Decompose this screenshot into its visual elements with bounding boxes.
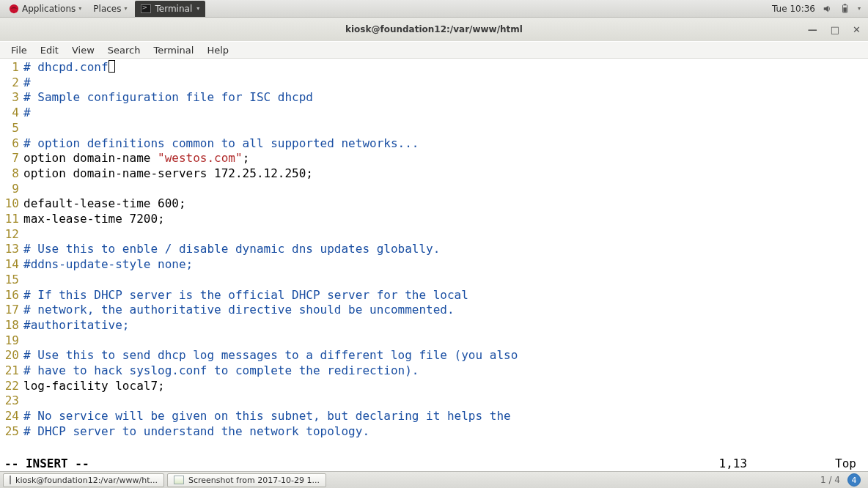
active-window-indicator[interactable]: Terminal ▾: [135, 1, 206, 17]
bottom-taskbar: kiosk@foundation12:/var/www/ht... Screen…: [0, 471, 868, 488]
line-number: 9: [0, 182, 23, 197]
editor-line: 5: [0, 121, 868, 136]
line-number: 24: [0, 409, 23, 424]
top-panel: Applications ▾ Places ▾ Terminal ▾ Tue 1…: [0, 0, 868, 18]
line-number: 15: [0, 273, 23, 288]
svg-rect-3: [843, 7, 846, 12]
line-content: #authoritative;: [23, 318, 130, 333]
line-number: 5: [0, 121, 23, 136]
editor-line: 11max-lease-time 7200;: [0, 212, 868, 227]
editor-line: 18#authoritative;: [0, 318, 868, 333]
places-menu[interactable]: Places ▾: [87, 0, 133, 18]
line-number: 25: [0, 424, 23, 440]
line-number: 10: [0, 196, 23, 212]
line-number: 3: [0, 90, 23, 106]
battery-icon[interactable]: [840, 4, 850, 14]
line-number: 1: [0, 60, 23, 75]
menu-edit[interactable]: Edit: [34, 45, 65, 56]
line-number: 21: [0, 363, 23, 379]
editor-line: 9: [0, 182, 868, 197]
line-number: 12: [0, 227, 23, 243]
window-title: kiosk@foundation12:/var/www/html: [345, 24, 523, 34]
editor-line: 24# No service will be given on this sub…: [0, 409, 868, 424]
menu-terminal[interactable]: Terminal: [147, 45, 200, 56]
menu-search[interactable]: Search: [101, 45, 147, 56]
line-content: # Use this to enble / disable dynamic dn…: [23, 242, 440, 257]
line-content: # Sample configuration file for ISC dhcp…: [23, 90, 313, 106]
line-number: 6: [0, 136, 23, 152]
vim-mode: -- INSERT --: [4, 456, 89, 470]
vim-status-line: -- INSERT -- 1,13 Top: [0, 456, 868, 471]
editor-line: 15: [0, 273, 868, 288]
line-number: 16: [0, 288, 23, 303]
line-number: 2: [0, 75, 23, 91]
line-content: #: [23, 75, 31, 91]
minimize-button[interactable]: —: [808, 24, 817, 35]
editor-line: 14#ddns-update-style none;: [0, 257, 868, 273]
line-number: 4: [0, 106, 23, 121]
close-button[interactable]: ✕: [853, 24, 861, 35]
applications-label: Applications: [22, 4, 76, 14]
svg-rect-2: [844, 4, 846, 5]
line-number: 14: [0, 257, 23, 273]
editor-line: 2#: [0, 75, 868, 91]
line-number: 22: [0, 379, 23, 394]
editor-line: 23: [0, 393, 868, 409]
distro-logo-icon: [9, 4, 19, 14]
line-content: #: [23, 106, 31, 121]
editor-line: 1# dhcpd.conf: [0, 60, 868, 75]
menu-bar: File Edit View Search Terminal Help: [0, 41, 868, 59]
editor-line: 3# Sample configuration file for ISC dhc…: [0, 90, 868, 106]
chevron-down-icon[interactable]: ▾: [858, 5, 861, 12]
line-number: 8: [0, 166, 23, 182]
menu-file[interactable]: File: [4, 45, 34, 56]
line-content: #ddns-update-style none;: [23, 257, 193, 273]
line-number: 18: [0, 318, 23, 333]
editor-line: 4#: [0, 106, 868, 121]
line-content: # option definitions common to all suppo…: [23, 136, 419, 152]
clock[interactable]: Tue 10:36: [772, 4, 815, 14]
line-content: log-facility local7;: [23, 379, 165, 394]
editor-viewport[interactable]: 1# dhcpd.conf2#3# Sample configuration f…: [0, 59, 868, 456]
image-icon: [174, 476, 184, 484]
line-number: 13: [0, 242, 23, 257]
volume-icon[interactable]: [823, 4, 833, 14]
taskbar-button-label: Screenshot from 2017-10-29 1...: [188, 476, 320, 485]
terminal-icon: [141, 4, 151, 13]
line-number: 20: [0, 348, 23, 363]
editor-line: 20# Use this to send dhcp log messages t…: [0, 348, 868, 363]
taskbar-button-terminal[interactable]: kiosk@foundation12:/var/www/ht...: [3, 473, 164, 487]
text-cursor: [108, 60, 115, 73]
applications-menu[interactable]: Applications ▾: [3, 0, 87, 18]
editor-line: 21# have to hack syslog.conf to complete…: [0, 363, 868, 379]
line-number: 23: [0, 393, 23, 409]
menu-help[interactable]: Help: [200, 45, 235, 56]
editor-line: 10default-lease-time 600;: [0, 196, 868, 212]
editor-line: 8option domain-name-servers 172.25.12.25…: [0, 166, 868, 182]
editor-line: 6# option definitions common to all supp…: [0, 136, 868, 152]
editor-line: 19: [0, 333, 868, 349]
editor-line: 13# Use this to enble / disable dynamic …: [0, 242, 868, 257]
editor-line: 7option domain-name "westos.com";: [0, 151, 868, 166]
taskbar-button-screenshot[interactable]: Screenshot from 2017-10-29 1...: [167, 473, 326, 487]
line-content: # dhcpd.conf: [23, 60, 115, 75]
line-number: 17: [0, 303, 23, 318]
line-number: 19: [0, 333, 23, 349]
workspace-indicator[interactable]: 4: [847, 473, 861, 487]
menu-view[interactable]: View: [65, 45, 101, 56]
line-content: # If this DHCP server is the official DH…: [23, 288, 468, 303]
line-content: # have to hack syslog.conf to complete t…: [23, 363, 419, 379]
line-content: default-lease-time 600;: [23, 196, 186, 212]
svg-point-0: [10, 4, 18, 12]
editor-line: 16# If this DHCP server is the official …: [0, 288, 868, 303]
workspace-count: 1 / 4: [820, 475, 840, 485]
line-content: # network, the authoritative directive s…: [23, 303, 455, 318]
cursor-position: 1,13: [719, 456, 836, 470]
places-label: Places: [93, 4, 121, 14]
line-number: 7: [0, 151, 23, 166]
line-content: # Use this to send dhcp log messages to …: [23, 348, 518, 363]
window-title-bar[interactable]: kiosk@foundation12:/var/www/html — □ ✕: [0, 18, 868, 41]
editor-line: 25# DHCP server to understand the networ…: [0, 424, 868, 440]
line-content: # DHCP server to understand the network …: [23, 424, 369, 440]
maximize-button[interactable]: □: [831, 24, 839, 35]
